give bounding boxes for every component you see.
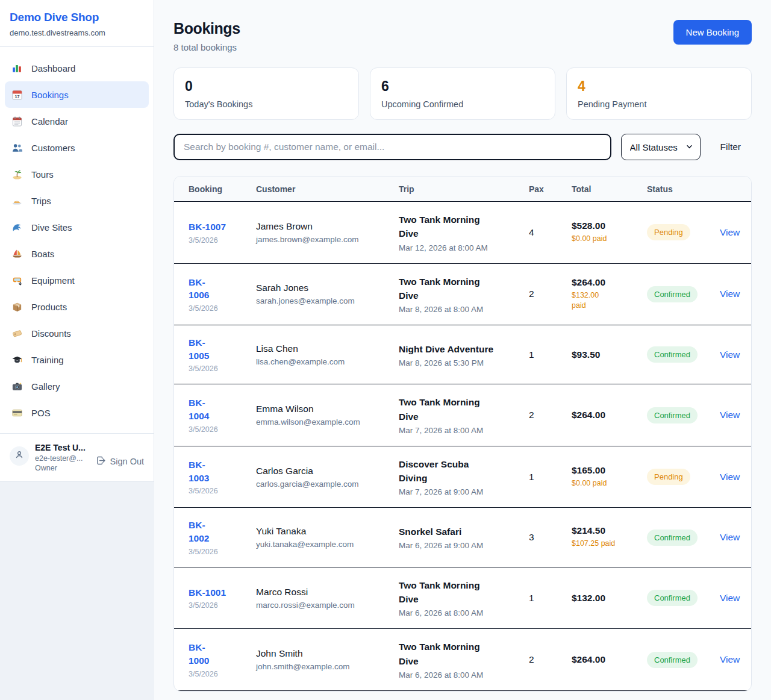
status-badge: Confirmed <box>647 407 698 423</box>
sidebar-item-bookings[interactable]: 17 Bookings <box>5 81 149 108</box>
booking-number-link[interactable]: BK- 1000 <box>189 641 237 667</box>
sidebar-item-discounts[interactable]: Discounts <box>5 320 149 346</box>
sign-out-button[interactable]: Sign Out <box>96 455 144 467</box>
booking-number-link[interactable]: BK-1001 <box>189 586 237 599</box>
sidebar-item-label: Dashboard <box>31 63 75 73</box>
paid-amount: $107.25 paid <box>572 539 628 549</box>
status-badge: Confirmed <box>647 286 698 302</box>
sidebar-column: Demo Dive Shop demo.test.divestreams.com… <box>0 0 154 700</box>
view-link[interactable]: View <box>720 472 740 482</box>
user-name: E2E Test U... <box>35 443 96 452</box>
trip-name: Night Dive Adventure <box>399 342 510 356</box>
view-link[interactable]: View <box>720 532 740 542</box>
customer-email: james.brown@example.com <box>256 235 379 244</box>
status-badge: Pending <box>647 224 690 240</box>
sidebar-item-label: Tours <box>31 169 54 180</box>
trip-name: Two Tank Morning Dive <box>399 213 510 241</box>
booking-number-link[interactable]: BK- 1005 <box>189 336 237 362</box>
person-icon <box>14 450 24 462</box>
sidebar-item-label: Discounts <box>31 328 71 339</box>
filters-row: All Statuses Filter <box>173 134 752 160</box>
status-filter-select[interactable]: All Statuses <box>621 134 701 160</box>
page-title: Bookings <box>173 20 240 37</box>
view-link[interactable]: View <box>720 349 740 360</box>
sidebar-item-dashboard[interactable]: Dashboard <box>5 55 149 81</box>
sidebar-item-label: Training <box>31 355 64 365</box>
stat-value: 4 <box>578 78 740 95</box>
column-header-total: Total <box>562 177 637 202</box>
people-icon <box>11 142 23 154</box>
customer-name: Emma Wilson <box>256 404 379 414</box>
table-row: BK- 1000 3/5/2026 John Smith john.smith@… <box>174 629 751 691</box>
table-row: BK- 1002 3/5/2026 Yuki Tanaka yuki.tanak… <box>174 508 751 567</box>
sidebar-item-label: Bookings <box>31 90 69 100</box>
view-link[interactable]: View <box>720 410 740 420</box>
customer-email: sarah.jones@example.com <box>256 296 379 305</box>
view-link[interactable]: View <box>720 289 740 299</box>
booking-number-link[interactable]: BK-1007 <box>189 220 237 234</box>
island-icon <box>11 168 23 180</box>
customer-email: carlos.garcia@example.com <box>256 480 379 489</box>
booking-number-link[interactable]: BK- 1002 <box>189 519 237 545</box>
booking-number-link[interactable]: BK- 1006 <box>189 276 237 302</box>
bookings-table-card: Booking Customer Trip Pax Total Status B… <box>173 176 752 692</box>
sidebar-item-label: Boats <box>31 249 54 259</box>
customer-name: Sarah Jones <box>256 283 379 293</box>
trip-datetime: Mar 7, 2026 at 8:00 AM <box>399 426 510 435</box>
user-role: Owner <box>35 464 96 472</box>
customer-name: John Smith <box>256 648 379 659</box>
column-header-pax: Pax <box>519 177 562 202</box>
sidebar-item-pos[interactable]: POS <box>5 399 149 426</box>
sidebar-item-tours[interactable]: Tours <box>5 161 149 187</box>
pax-count: 4 <box>529 227 552 238</box>
speedboat-icon <box>11 195 23 207</box>
view-link[interactable]: View <box>720 654 740 664</box>
sidebar-item-boats[interactable]: Boats <box>5 240 149 267</box>
table-row: BK-1001 3/5/2026 Marco Rossi marco.rossi… <box>174 567 751 629</box>
booking-number-link[interactable]: BK- 1003 <box>189 458 237 484</box>
credit-card-icon <box>11 407 23 419</box>
sidebar-item-trips[interactable]: Trips <box>5 187 149 214</box>
booking-number-link[interactable]: BK- 1004 <box>189 396 237 422</box>
page-title-block: Bookings 8 total bookings <box>173 20 240 52</box>
table-row: BK- 1005 3/5/2026 Lisa Chen lisa.chen@ex… <box>174 325 751 384</box>
total-amount: $264.00 <box>572 654 628 665</box>
customer-name: James Brown <box>256 221 379 232</box>
svg-text:17: 17 <box>14 95 19 99</box>
trip-datetime: Mar 6, 2026 at 9:00 AM <box>399 541 510 550</box>
dive-mask-icon <box>11 274 23 286</box>
trip-datetime: Mar 6, 2026 at 8:00 AM <box>399 670 510 680</box>
sidebar-item-products[interactable]: Products <box>5 293 149 320</box>
column-header-actions <box>710 177 751 202</box>
total-amount: $132.00 <box>572 593 628 604</box>
brand-domain: demo.test.divestreams.com <box>10 28 144 37</box>
status-badge: Confirmed <box>647 652 698 668</box>
filter-button[interactable]: Filter <box>720 142 741 152</box>
sidebar-item-training[interactable]: Training <box>5 346 149 373</box>
view-link[interactable]: View <box>720 593 740 603</box>
sidebar-item-dive-sites[interactable]: Dive Sites <box>5 214 149 240</box>
stats-row: 0 Today's Bookings 6 Upcoming Confirmed … <box>173 67 752 120</box>
sidebar-item-calendar[interactable]: Calendar <box>5 108 149 134</box>
total-amount: $264.00 <box>572 277 628 288</box>
customer-email: marco.rossi@example.com <box>256 601 379 610</box>
sidebar-item-customers[interactable]: Customers <box>5 134 149 161</box>
booking-date: 3/5/2026 <box>189 601 237 610</box>
status-badge: Confirmed <box>647 530 698 546</box>
new-booking-button[interactable]: New Booking <box>673 20 752 45</box>
sidebar-item-gallery[interactable]: Gallery <box>5 373 149 399</box>
search-input[interactable] <box>173 134 611 160</box>
view-link[interactable]: View <box>720 227 740 237</box>
trip-datetime: Mar 6, 2026 at 8:00 AM <box>399 608 510 617</box>
stat-card: 4 Pending Payment <box>566 67 752 120</box>
wave-icon <box>11 221 23 233</box>
sidebar-item-equipment[interactable]: Equipment <box>5 267 149 293</box>
trip-name: Two Tank Morning Dive <box>399 640 510 668</box>
stat-card: 6 Upcoming Confirmed <box>370 67 555 120</box>
status-badge: Pending <box>647 469 690 485</box>
total-amount: $214.50 <box>572 525 628 536</box>
customer-name: Lisa Chen <box>256 343 379 354</box>
total-amount: $165.00 <box>572 465 628 476</box>
pax-count: 1 <box>529 472 552 483</box>
pax-count: 2 <box>529 289 552 299</box>
